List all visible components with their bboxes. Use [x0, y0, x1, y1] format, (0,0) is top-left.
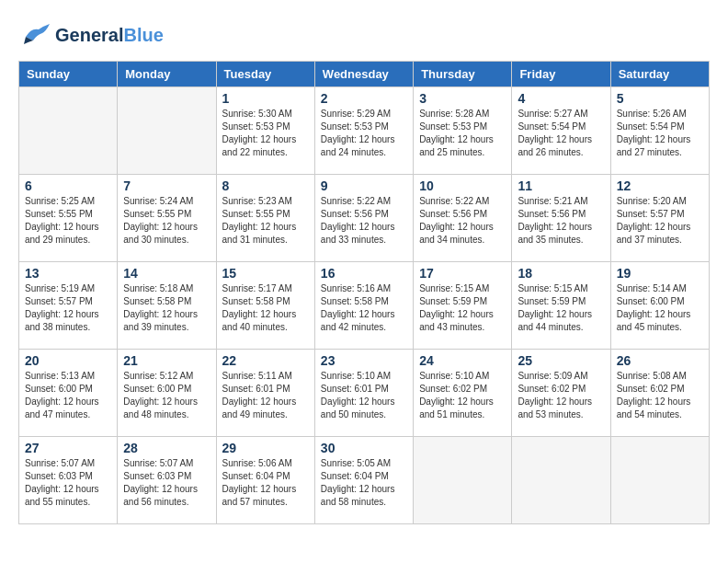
day-info: Sunrise: 5:22 AM Sunset: 5:56 PM Dayligh…: [419, 195, 506, 247]
day-number: 25: [518, 353, 604, 368]
calendar-cell: 20Sunrise: 5:13 AM Sunset: 6:00 PM Dayli…: [19, 350, 118, 437]
calendar-cell: 14Sunrise: 5:18 AM Sunset: 5:58 PM Dayli…: [118, 262, 216, 350]
calendar-cell: 30Sunrise: 5:05 AM Sunset: 6:04 PM Dayli…: [314, 437, 413, 524]
calendar-cell: [414, 437, 512, 524]
calendar-cell: 21Sunrise: 5:12 AM Sunset: 6:00 PM Dayli…: [118, 350, 216, 437]
day-number: 3: [419, 91, 506, 106]
day-info: Sunrise: 5:12 AM Sunset: 6:00 PM Dayligh…: [123, 370, 210, 421]
calendar-cell: 26Sunrise: 5:08 AM Sunset: 6:02 PM Dayli…: [610, 350, 709, 437]
calendar-cell: [512, 437, 610, 524]
calendar-body: 1Sunrise: 5:30 AM Sunset: 5:53 PM Daylig…: [19, 87, 710, 524]
day-number: 17: [419, 266, 506, 281]
calendar-header-row: SundayMondayTuesdayWednesdayThursdayFrid…: [19, 62, 710, 87]
day-number: 1: [222, 91, 309, 106]
day-info: Sunrise: 5:18 AM Sunset: 5:58 PM Dayligh…: [123, 282, 210, 334]
day-info: Sunrise: 5:13 AM Sunset: 6:00 PM Dayligh…: [25, 370, 111, 421]
day-number: 12: [617, 178, 703, 193]
day-number: 4: [518, 91, 604, 106]
day-number: 30: [321, 441, 407, 455]
day-info: Sunrise: 5:30 AM Sunset: 5:53 PM Dayligh…: [222, 108, 309, 159]
day-info: Sunrise: 5:06 AM Sunset: 6:04 PM Dayligh…: [222, 457, 309, 509]
day-info: Sunrise: 5:24 AM Sunset: 5:55 PM Dayligh…: [123, 195, 210, 247]
header: GeneralBlue: [18, 18, 710, 52]
calendar-cell: 6Sunrise: 5:25 AM Sunset: 5:55 PM Daylig…: [19, 175, 118, 262]
day-number: 8: [222, 178, 309, 193]
calendar-cell: 24Sunrise: 5:10 AM Sunset: 6:02 PM Dayli…: [414, 350, 512, 437]
day-info: Sunrise: 5:25 AM Sunset: 5:55 PM Dayligh…: [25, 195, 111, 247]
calendar-cell: 17Sunrise: 5:15 AM Sunset: 5:59 PM Dayli…: [414, 262, 512, 350]
day-number: 14: [123, 266, 210, 281]
calendar-cell: 25Sunrise: 5:09 AM Sunset: 6:02 PM Dayli…: [512, 350, 610, 437]
day-info: Sunrise: 5:08 AM Sunset: 6:02 PM Dayligh…: [617, 370, 703, 421]
day-info: Sunrise: 5:29 AM Sunset: 5:53 PM Dayligh…: [321, 108, 407, 159]
day-info: Sunrise: 5:15 AM Sunset: 5:59 PM Dayligh…: [518, 282, 604, 334]
calendar-cell: 8Sunrise: 5:23 AM Sunset: 5:55 PM Daylig…: [216, 175, 314, 262]
calendar: SundayMondayTuesdayWednesdayThursdayFrid…: [18, 61, 710, 524]
calendar-cell: 2Sunrise: 5:29 AM Sunset: 5:53 PM Daylig…: [314, 87, 413, 175]
week-row-1: 6Sunrise: 5:25 AM Sunset: 5:55 PM Daylig…: [19, 175, 710, 262]
day-info: Sunrise: 5:16 AM Sunset: 5:58 PM Dayligh…: [321, 282, 407, 334]
calendar-cell: 23Sunrise: 5:10 AM Sunset: 6:01 PM Dayli…: [314, 350, 413, 437]
day-number: 18: [518, 266, 604, 281]
day-number: 11: [518, 178, 604, 193]
day-number: 19: [617, 266, 703, 281]
day-info: Sunrise: 5:19 AM Sunset: 5:57 PM Dayligh…: [25, 282, 111, 334]
logo-text: GeneralBlue: [55, 25, 164, 46]
day-number: 6: [25, 178, 111, 193]
day-number: 24: [419, 353, 506, 368]
day-info: Sunrise: 5:05 AM Sunset: 6:04 PM Dayligh…: [321, 457, 407, 509]
day-info: Sunrise: 5:21 AM Sunset: 5:56 PM Dayligh…: [518, 195, 604, 247]
calendar-cell: 13Sunrise: 5:19 AM Sunset: 5:57 PM Dayli…: [19, 262, 118, 350]
calendar-cell: 22Sunrise: 5:11 AM Sunset: 6:01 PM Dayli…: [216, 350, 314, 437]
day-header-friday: Friday: [512, 62, 610, 87]
calendar-cell: 28Sunrise: 5:07 AM Sunset: 6:03 PM Dayli…: [118, 437, 216, 524]
calendar-cell: 3Sunrise: 5:28 AM Sunset: 5:53 PM Daylig…: [414, 87, 512, 175]
day-number: 13: [25, 266, 111, 281]
day-number: 21: [123, 353, 210, 368]
day-info: Sunrise: 5:28 AM Sunset: 5:53 PM Dayligh…: [419, 108, 506, 159]
calendar-cell: 12Sunrise: 5:20 AM Sunset: 5:57 PM Dayli…: [610, 175, 709, 262]
day-number: 23: [321, 353, 407, 368]
calendar-cell: 1Sunrise: 5:30 AM Sunset: 5:53 PM Daylig…: [216, 87, 314, 175]
calendar-cell: 19Sunrise: 5:14 AM Sunset: 6:00 PM Dayli…: [610, 262, 709, 350]
day-number: 9: [321, 178, 407, 193]
day-info: Sunrise: 5:07 AM Sunset: 6:03 PM Dayligh…: [25, 457, 111, 509]
day-number: 28: [123, 441, 210, 455]
day-info: Sunrise: 5:20 AM Sunset: 5:57 PM Dayligh…: [617, 195, 703, 247]
day-info: Sunrise: 5:17 AM Sunset: 5:58 PM Dayligh…: [222, 282, 309, 334]
calendar-cell: 18Sunrise: 5:15 AM Sunset: 5:59 PM Dayli…: [512, 262, 610, 350]
week-row-0: 1Sunrise: 5:30 AM Sunset: 5:53 PM Daylig…: [19, 87, 710, 175]
day-info: Sunrise: 5:27 AM Sunset: 5:54 PM Dayligh…: [518, 108, 604, 159]
calendar-cell: 11Sunrise: 5:21 AM Sunset: 5:56 PM Dayli…: [512, 175, 610, 262]
calendar-cell: [610, 437, 709, 524]
calendar-cell: [118, 87, 216, 175]
day-info: Sunrise: 5:07 AM Sunset: 6:03 PM Dayligh…: [123, 457, 210, 509]
day-header-saturday: Saturday: [610, 62, 709, 87]
week-row-3: 20Sunrise: 5:13 AM Sunset: 6:00 PM Dayli…: [19, 350, 710, 437]
day-header-thursday: Thursday: [414, 62, 512, 87]
calendar-cell: 7Sunrise: 5:24 AM Sunset: 5:55 PM Daylig…: [118, 175, 216, 262]
calendar-cell: 16Sunrise: 5:16 AM Sunset: 5:58 PM Dayli…: [314, 262, 413, 350]
day-info: Sunrise: 5:15 AM Sunset: 5:59 PM Dayligh…: [419, 282, 506, 334]
day-header-wednesday: Wednesday: [314, 62, 413, 87]
day-number: 2: [321, 91, 407, 106]
day-info: Sunrise: 5:22 AM Sunset: 5:56 PM Dayligh…: [321, 195, 407, 247]
day-number: 27: [25, 441, 111, 455]
day-info: Sunrise: 5:09 AM Sunset: 6:02 PM Dayligh…: [518, 370, 604, 421]
day-info: Sunrise: 5:10 AM Sunset: 6:01 PM Dayligh…: [321, 370, 407, 421]
calendar-cell: 10Sunrise: 5:22 AM Sunset: 5:56 PM Dayli…: [414, 175, 512, 262]
day-number: 20: [25, 353, 111, 368]
calendar-cell: 9Sunrise: 5:22 AM Sunset: 5:56 PM Daylig…: [314, 175, 413, 262]
calendar-cell: [19, 87, 118, 175]
logo-icon: [18, 18, 51, 52]
day-number: 29: [222, 441, 309, 455]
calendar-cell: 15Sunrise: 5:17 AM Sunset: 5:58 PM Dayli…: [216, 262, 314, 350]
day-header-sunday: Sunday: [19, 62, 118, 87]
day-number: 10: [419, 178, 506, 193]
day-number: 7: [123, 178, 210, 193]
calendar-cell: 5Sunrise: 5:26 AM Sunset: 5:54 PM Daylig…: [610, 87, 709, 175]
calendar-cell: 29Sunrise: 5:06 AM Sunset: 6:04 PM Dayli…: [216, 437, 314, 524]
day-info: Sunrise: 5:26 AM Sunset: 5:54 PM Dayligh…: [617, 108, 703, 159]
day-number: 22: [222, 353, 309, 368]
day-number: 5: [617, 91, 703, 106]
